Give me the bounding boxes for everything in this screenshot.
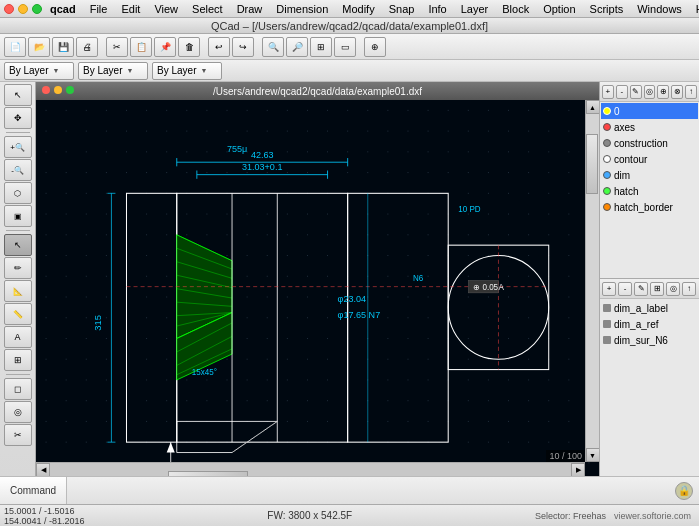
layer-add-button[interactable]: +: [602, 85, 614, 99]
maximize-button[interactable]: [32, 4, 42, 14]
tb-delete[interactable]: 🗑: [178, 37, 200, 57]
scroll-up-button[interactable]: ▲: [586, 100, 600, 114]
tool-zoom-out[interactable]: -🔍: [4, 159, 32, 181]
linetype-dropdown[interactable]: By Layer ▼: [152, 62, 222, 80]
layer-item-axes[interactable]: axes: [601, 119, 698, 135]
scroll-right-button[interactable]: ▶: [571, 463, 585, 477]
tool-pointer[interactable]: ↖: [4, 234, 32, 256]
tb-redo[interactable]: ↪: [232, 37, 254, 57]
tb-paste[interactable]: 📌: [154, 37, 176, 57]
tb-zoom-fit[interactable]: ⊞: [310, 37, 332, 57]
tb-zoom-window[interactable]: ▭: [334, 37, 356, 57]
drawing-canvas-container[interactable]: /Users/andrew/qcad2/qcad/data/example01.…: [36, 82, 599, 476]
tb-print[interactable]: 🖨: [76, 37, 98, 57]
layers-list: 0 axes construction contour dim: [600, 102, 699, 278]
tool-zoom-fit[interactable]: ▣: [4, 205, 32, 227]
tool-circle[interactable]: ◎: [4, 401, 32, 423]
layer-color-dot: [603, 203, 611, 211]
menu-snap[interactable]: Snap: [383, 2, 421, 16]
menu-file[interactable]: File: [84, 2, 114, 16]
menu-dimension[interactable]: Dimension: [270, 2, 334, 16]
tool-move[interactable]: ✥: [4, 107, 32, 129]
tool-text[interactable]: A: [4, 326, 32, 348]
tool-trim[interactable]: ✂: [4, 424, 32, 446]
menu-modify[interactable]: Modify: [336, 2, 380, 16]
tool-angle[interactable]: 📐: [4, 280, 32, 302]
tb-undo[interactable]: ↩: [208, 37, 230, 57]
command-input[interactable]: [71, 485, 665, 496]
layer-visible-button[interactable]: ◎: [644, 85, 656, 99]
close-button[interactable]: [4, 4, 14, 14]
menu-scripts[interactable]: Scripts: [584, 2, 630, 16]
command-tab[interactable]: Command: [0, 477, 67, 504]
layer-dropdown[interactable]: By Layer ▼: [4, 62, 74, 80]
h-scroll-thumb[interactable]: [168, 471, 248, 477]
coord3: FW: 3800 x 542.5F: [267, 510, 352, 521]
layer-item-contour[interactable]: contour: [601, 151, 698, 167]
block-visible[interactable]: ◎: [666, 282, 680, 296]
menu-info[interactable]: Info: [422, 2, 452, 16]
block-up[interactable]: ↑: [682, 282, 696, 296]
tool-hatch[interactable]: ⊞: [4, 349, 32, 371]
svg-text:N6: N6: [413, 274, 424, 283]
scroll-left-button[interactable]: ◀: [36, 463, 50, 477]
scroll-down-button[interactable]: ▼: [586, 448, 600, 462]
subwindow-maximize[interactable]: [66, 86, 74, 94]
app-name: qcad: [50, 3, 76, 15]
menu-draw[interactable]: Draw: [231, 2, 269, 16]
menu-edit[interactable]: Edit: [115, 2, 146, 16]
tb-zoom-in[interactable]: 🔍: [262, 37, 284, 57]
cad-drawing[interactable]: // Will render via inline SVG pattern 42…: [36, 100, 599, 476]
svg-text:31.03+0.1: 31.03+0.1: [242, 162, 283, 172]
v-scroll-thumb[interactable]: [586, 134, 598, 194]
block-delete-button[interactable]: -: [618, 282, 632, 296]
block-item-dim-sur-n6[interactable]: dim_sur_N6: [601, 332, 698, 348]
tool-zoom-window[interactable]: ⬡: [4, 182, 32, 204]
menu-options[interactable]: Option: [537, 2, 581, 16]
tool-draw[interactable]: ✏: [4, 257, 32, 279]
menu-select[interactable]: Select: [186, 2, 229, 16]
tool-select[interactable]: ↖: [4, 84, 32, 106]
layer-item-0[interactable]: 0: [601, 103, 698, 119]
subwindow-close[interactable]: [42, 86, 50, 94]
menu-layer[interactable]: Layer: [455, 2, 495, 16]
tb-new[interactable]: 📄: [4, 37, 26, 57]
layer-edit-button[interactable]: ✎: [630, 85, 642, 99]
layer-hide-all[interactable]: ⊗: [671, 85, 683, 99]
block-item-dim-a-label[interactable]: dim_a_label: [601, 300, 698, 316]
block-insert-button[interactable]: ⊞: [650, 282, 664, 296]
block-edit-button[interactable]: ✎: [634, 282, 648, 296]
menu-view[interactable]: View: [148, 2, 184, 16]
block-item-dim-a-ref[interactable]: dim_a_ref: [601, 316, 698, 332]
layer-item-construction[interactable]: construction: [601, 135, 698, 151]
layer-show-all[interactable]: ⊕: [657, 85, 669, 99]
traffic-lights: [4, 4, 42, 14]
tool-rect[interactable]: ◻: [4, 378, 32, 400]
tb-cut[interactable]: ✂: [106, 37, 128, 57]
tb-open[interactable]: 📂: [28, 37, 50, 57]
horizontal-scrollbar[interactable]: ◀ ▶: [36, 462, 585, 476]
menu-windows[interactable]: Windows: [631, 2, 688, 16]
tool-zoom-in[interactable]: +🔍: [4, 136, 32, 158]
tb-zoom-out[interactable]: 🔎: [286, 37, 308, 57]
layer-item-hatch[interactable]: hatch: [601, 183, 698, 199]
v-scroll-track[interactable]: [586, 114, 599, 448]
linetype-dropdown-arrow: ▼: [200, 67, 207, 74]
layer-item-dim[interactable]: dim: [601, 167, 698, 183]
minimize-button[interactable]: [18, 4, 28, 14]
layer-item-hatch-border[interactable]: hatch_border: [601, 199, 698, 215]
tb-save[interactable]: 💾: [52, 37, 74, 57]
color-dropdown[interactable]: By Layer ▼: [78, 62, 148, 80]
layer-up[interactable]: ↑: [685, 85, 697, 99]
layer-delete-button[interactable]: -: [616, 85, 628, 99]
menu-block[interactable]: Block: [496, 2, 535, 16]
block-add-button[interactable]: +: [602, 282, 616, 296]
subwindow-minimize[interactable]: [54, 86, 62, 94]
tb-snap[interactable]: ⊕: [364, 37, 386, 57]
tb-copy[interactable]: 📋: [130, 37, 152, 57]
menu-help[interactable]: Help: [690, 2, 699, 16]
main-content: ↖ ✥ +🔍 -🔍 ⬡ ▣ ↖ ✏ 📐 📏 A ⊞ ◻ ◎ ✂ /Users/a…: [0, 82, 699, 476]
vertical-scrollbar[interactable]: ▲ ▼: [585, 100, 599, 462]
layer-name-axes: axes: [614, 122, 635, 133]
tool-measure[interactable]: 📏: [4, 303, 32, 325]
